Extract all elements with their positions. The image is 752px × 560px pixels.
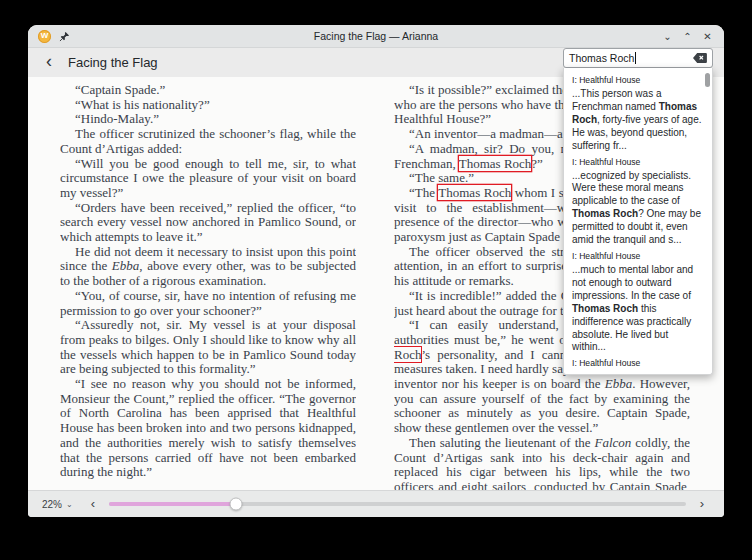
slider-fill [109,502,236,506]
maximize-icon[interactable]: ⌃ [681,30,694,43]
book-paragraph: “Will you be good enough to tell me, sir… [60,157,356,201]
result-excerpt: ...This person was a Frenchman named Tho… [572,88,703,153]
footer-bar: 22% ⌄ ‹ › [28,490,724,517]
book-paragraph: “You, of course, sir, have no intention … [60,289,356,318]
book-paragraph: He did not deem it necessary to insist u… [60,245,356,289]
result-section-label: I: Healthful House [572,358,703,368]
result-excerpt: ...ecognized by specialists. Were these … [572,170,703,247]
window-title: Facing the Flag — Arianna [28,30,724,42]
search-result-item[interactable]: I: Healthful House...This person was a F… [572,75,703,153]
search-result-item[interactable]: I: Healthful House [572,358,703,368]
result-section-label: I: Healthful House [572,75,703,85]
result-excerpt: ...much to mental labor and not enough t… [572,264,703,354]
book-paragraph: “Captain Spade.” [60,83,356,98]
app-icon[interactable]: W [38,30,51,43]
search-popover: Thomas Roch I: Healthful House...This pe… [563,48,713,375]
next-page-button[interactable]: › [694,496,710,513]
scrollbar-thumb[interactable] [705,73,710,87]
book-paragraph: “Orders have been received,” replied the… [60,201,356,245]
result-section-label: I: Healthful House [572,157,703,167]
progress-slider[interactable] [109,502,686,506]
previous-page-button[interactable]: ‹ [85,496,101,513]
pin-icon[interactable] [59,31,70,42]
book-paragraph: “I see no reason why you should not be i… [60,377,356,480]
progress-dropdown[interactable]: 22% ⌄ [42,499,73,510]
book-title: Facing the Flag [68,55,158,70]
result-section-label: I: Healthful House [572,251,703,261]
progress-value: 22% [42,499,62,510]
clear-search-icon[interactable] [693,53,707,63]
back-button[interactable]: ‹ [40,52,58,73]
window-titlebar[interactable]: W Facing the Flag — Arianna ⌄ ⌃ ✕ [28,25,724,48]
search-result-item[interactable]: I: Healthful House...much to mental labo… [572,251,703,354]
chevron-down-icon: ⌄ [66,500,73,509]
slider-handle[interactable] [229,498,242,511]
search-match-highlight: Thomas Roch [438,185,511,200]
book-paragraph: “Hindo-Malay.” [60,112,356,127]
text-caret [635,52,636,64]
app-window: W Facing the Flag — Arianna ⌄ ⌃ ✕ ‹ Faci… [28,25,724,517]
close-icon[interactable]: ✕ [701,30,714,43]
search-result-item[interactable]: I: Healthful House...ecognized by specia… [572,157,703,247]
search-query-text: Thomas Roch [569,52,634,64]
book-paragraph: Then saluting the lieutenant of the Falc… [394,436,690,490]
search-match-highlight: Thomas Roch [459,156,532,171]
minimize-icon[interactable]: ⌄ [661,30,674,43]
page-column-left: “Captain Spade.”“What is his nationality… [60,83,356,490]
search-input[interactable]: Thomas Roch [563,48,713,68]
book-paragraph: “Assuredly not, sir. My vessel is at you… [60,318,356,377]
book-paragraph: “What is his nationality?” [60,98,356,113]
search-results-list: I: Healthful House...This person was a F… [563,68,713,375]
book-paragraph: The officer scrutinized the schooner’s f… [60,127,356,156]
